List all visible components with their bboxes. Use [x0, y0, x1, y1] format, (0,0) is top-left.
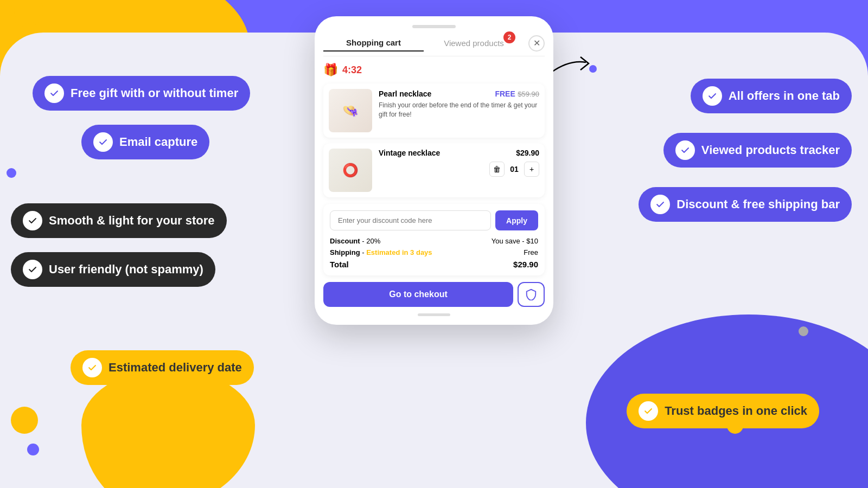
increment-button[interactable]: + — [524, 162, 539, 177]
vintage-name: Vintage necklace — [379, 149, 440, 157]
estimated-delivery-badge: Estimated delivery date — [71, 350, 254, 385]
you-save-amount: - $10 — [522, 237, 538, 245]
pearl-name-row: Pearl necklace FREE $59.90 — [379, 89, 539, 99]
cart-badge-count: 2 — [503, 31, 515, 43]
circle-yellow-bottom — [11, 407, 38, 434]
smooth-light-badge: Smooth & light for your store — [11, 203, 227, 238]
check-icon-free-gift — [44, 84, 64, 103]
check-icon-user — [23, 260, 42, 279]
viewed-products-label: Viewed products tracker — [701, 143, 840, 157]
free-gift-badge: Free gift with or without timer — [33, 76, 250, 111]
check-icon-smooth — [23, 211, 42, 230]
quantity-row: 🗑 01 + — [379, 162, 539, 177]
gift-icon: 🎁 — [323, 63, 338, 77]
user-friendly-badge: User friendly (not spammy) — [11, 252, 215, 287]
check-icon-discount — [650, 195, 670, 214]
email-capture-badge: Email capture — [81, 125, 209, 159]
discount-input-row: Apply — [330, 210, 538, 230]
timer-row: 🎁 4:32 — [323, 63, 545, 77]
all-offers-badge: All offers in one tab — [691, 79, 852, 113]
cart-item-vintage: ⭕ Vintage necklace $29.90 🗑 01 + — [323, 143, 545, 197]
shipping-note: Estimated in 3 days — [366, 248, 432, 256]
dot-bottom-left — [27, 444, 39, 455]
check-icon-offers — [703, 86, 722, 106]
pearl-description: Finish your order before the end of the … — [379, 101, 539, 119]
dot-left — [7, 168, 16, 178]
phone-notch — [412, 25, 456, 28]
trust-badges-label: Trust badges in one click — [665, 404, 807, 418]
phone-mockup: Shopping cart Viewed products 2 ✕ 🎁 4:32… — [315, 16, 553, 325]
vintage-necklace-image: ⭕ — [329, 149, 372, 192]
discount-section: Apply Discount - 20% You save - $10 Ship… — [323, 204, 545, 275]
phone-frame: Shopping cart Viewed products 2 ✕ 🎁 4:32… — [315, 16, 553, 325]
user-friendly-label: User friendly (not spammy) — [49, 262, 203, 277]
tab-shopping-cart[interactable]: Shopping cart — [323, 35, 424, 52]
discount-shipping-badge: Discount & free shipping bar — [639, 187, 852, 222]
pearl-name: Pearl necklace — [379, 89, 431, 98]
cart-item-pearl: 👒 Pearl necklace FREE $59.90 Finish your… — [323, 84, 545, 138]
vintage-price: $29.90 — [516, 149, 539, 157]
pearl-item-details: Pearl necklace FREE $59.90 Finish your o… — [379, 89, 539, 119]
check-icon-viewed — [675, 140, 695, 160]
discount-label: Discount — [330, 237, 360, 245]
vintage-name-row: Vintage necklace $29.90 — [379, 149, 539, 157]
timer-display: 4:32 — [342, 65, 362, 76]
viewed-products-badge: Viewed products tracker — [663, 133, 852, 168]
dot-gray-right — [799, 326, 808, 336]
discount-pct: - 20% — [362, 237, 380, 245]
shipping-label: Shipping — [330, 248, 360, 256]
discount-shipping-label: Discount & free shipping bar — [676, 197, 840, 211]
check-icon-trust — [639, 401, 658, 421]
quantity-value: 01 — [509, 165, 520, 174]
check-icon-delivery — [82, 358, 102, 377]
total-row: Total $29.90 — [330, 260, 538, 269]
total-value: $29.90 — [513, 260, 538, 269]
shield-icon — [525, 288, 537, 300]
email-capture-label: Email capture — [119, 135, 197, 149]
vintage-item-details: Vintage necklace $29.90 🗑 01 + — [379, 149, 539, 177]
free-gift-label: Free gift with or without timer — [71, 86, 238, 100]
you-save-prefix: You save — [492, 237, 520, 245]
trust-badges-badge: Trust badges in one click — [627, 394, 819, 428]
apply-button[interactable]: Apply — [495, 210, 538, 230]
estimated-delivery-label: Estimated delivery date — [108, 361, 242, 375]
shield-button[interactable] — [518, 282, 545, 307]
close-button[interactable]: ✕ — [528, 35, 545, 52]
pearl-original-price: $59.90 — [518, 90, 539, 98]
total-label: Total — [330, 260, 349, 269]
pearl-free-label: FREE — [495, 89, 515, 98]
shipping-value: Free — [524, 248, 538, 256]
cart-tabs: Shopping cart Viewed products 2 ✕ — [323, 35, 545, 56]
smooth-light-label: Smooth & light for your store — [49, 214, 215, 228]
checkout-row: Go to chekout — [323, 282, 545, 307]
shipping-row: Shipping - Estimated in 3 days Free — [330, 248, 538, 256]
phone-home-bar — [418, 313, 450, 316]
pearl-necklace-image: 👒 — [329, 89, 372, 132]
discount-row: Discount - 20% You save - $10 — [330, 237, 538, 245]
checkout-button[interactable]: Go to chekout — [323, 282, 513, 307]
check-icon-email — [93, 132, 113, 152]
discount-code-input[interactable] — [330, 210, 491, 230]
delete-button[interactable]: 🗑 — [489, 162, 505, 177]
you-save-value: You save - $10 — [492, 237, 538, 245]
yellow-blob-bottom-left — [81, 369, 255, 488]
all-offers-label: All offers in one tab — [729, 89, 840, 103]
